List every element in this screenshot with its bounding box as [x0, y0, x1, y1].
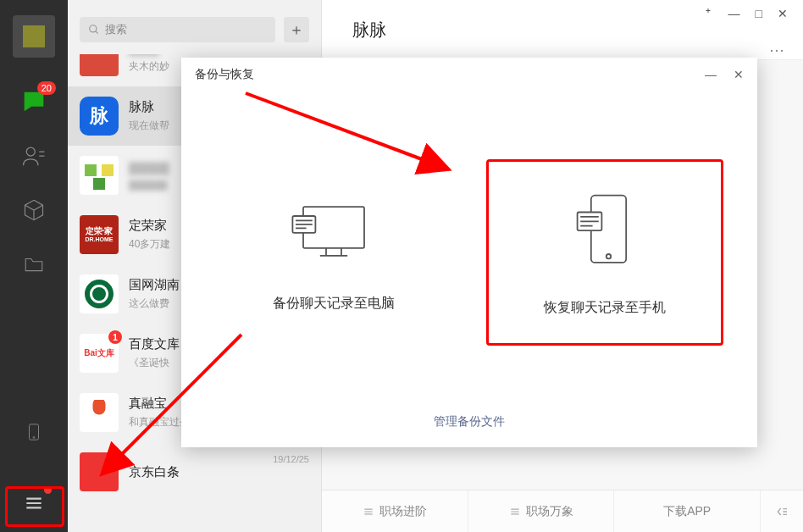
avatar-dingrong: 定荣·家DR.HOME [80, 215, 119, 254]
nav-chat[interactable]: 20 [19, 86, 49, 117]
close-button[interactable]: ✕ [778, 7, 788, 20]
svg-point-3 [90, 25, 97, 32]
unread-badge: 1 [108, 330, 122, 344]
tab-workplace[interactable]: 职场万象 [468, 490, 615, 532]
restore-to-phone-option[interactable]: 恢复聊天记录至手机 [486, 159, 723, 346]
phone-restore-icon [567, 189, 643, 274]
avatar-guowang [80, 274, 119, 313]
modal-close[interactable]: ✕ [734, 68, 744, 81]
avatar [80, 156, 119, 195]
bottom-tabs: 职场进阶 职场万象 下载APP [322, 490, 803, 532]
manage-backup-link[interactable]: 管理备份文件 [434, 414, 505, 429]
restore-label: 恢复聊天记录至手机 [544, 299, 666, 317]
avatar-jd [80, 452, 119, 491]
chat-badge: 20 [37, 81, 56, 95]
nav-menu[interactable] [19, 488, 49, 518]
backup-label: 备份聊天记录至电脑 [273, 295, 395, 313]
avatar-maimai: 脉 [80, 97, 119, 136]
nav-sidebar: 20 [0, 0, 68, 532]
phone-icon [25, 420, 43, 444]
modal-title: 备份与恢复 [195, 67, 254, 82]
avatar-zhenrong [80, 393, 119, 432]
conversation-title: 脉脉 [352, 19, 386, 42]
nav-files[interactable] [19, 249, 49, 280]
search-input[interactable]: 搜索 [80, 17, 275, 42]
svg-point-0 [26, 147, 35, 156]
backup-to-pc-option[interactable]: 备份聊天记录至电脑 [215, 159, 452, 346]
svg-point-10 [606, 254, 611, 258]
chat-item-jd[interactable]: 京东白条 19/12/25 [68, 442, 321, 491]
cube-icon [22, 198, 46, 222]
minimize-button[interactable]: — [728, 7, 740, 20]
add-button[interactable]: ＋ [284, 17, 309, 42]
user-avatar[interactable] [13, 15, 55, 58]
folder-icon [23, 253, 45, 275]
modal-minimize[interactable]: — [705, 68, 717, 81]
tab-expand[interactable] [761, 490, 803, 532]
nav-phone[interactable] [19, 417, 49, 447]
search-placeholder: 搜索 [105, 22, 127, 37]
maximize-button[interactable]: □ [756, 7, 762, 20]
contacts-icon [21, 143, 47, 169]
pin-button[interactable] [703, 7, 713, 20]
hamburger-icon [23, 492, 45, 514]
avatar-baidu: Bai文库1 [80, 334, 119, 373]
tab-career[interactable]: 职场进阶 [322, 490, 468, 532]
backup-restore-modal: 备份与恢复 — ✕ 备份聊天记录至电脑 [181, 58, 757, 447]
svg-point-2 [33, 437, 35, 439]
window-controls: — □ ✕ [688, 0, 803, 27]
svg-rect-1 [30, 424, 39, 440]
svg-point-6 [92, 287, 106, 301]
search-icon [88, 24, 100, 36]
more-menu[interactable]: ⋯ [769, 41, 786, 59]
nav-contacts[interactable] [19, 141, 49, 171]
menu-dot [44, 486, 52, 494]
monitor-icon [287, 193, 380, 269]
nav-favorites[interactable] [19, 195, 49, 225]
tab-download[interactable]: 下载APP [614, 490, 761, 532]
